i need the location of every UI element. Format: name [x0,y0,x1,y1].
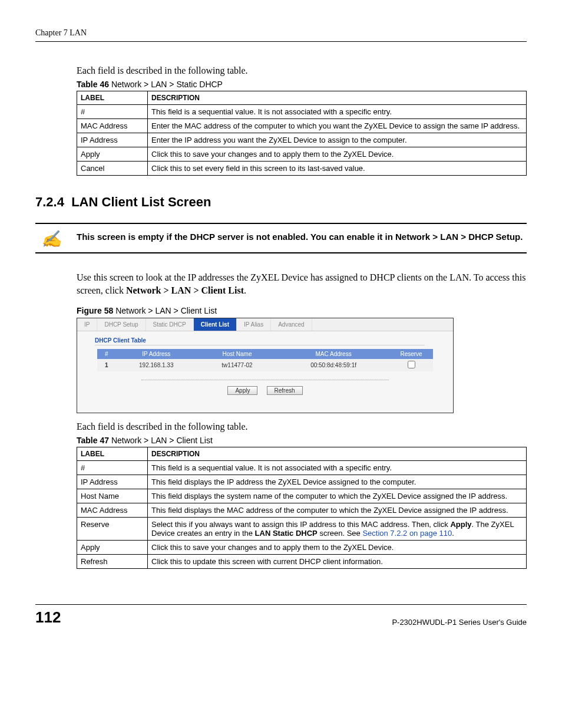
figure58-ui: IP DHCP Setup Static DHCP Client List IP… [77,318,454,413]
section-heading: 7.2.4 LAN Client List Screen [35,195,527,210]
tab-static-dhcp[interactable]: Static DHCP [146,318,194,331]
tab-client-list[interactable]: Client List [194,318,237,331]
table46-caption-rest: Network > LAN > Static DHCP [109,80,223,89]
table47-caption-rest: Network > LAN > Client List [109,436,213,445]
page-header: Chapter 7 LAN [35,28,527,42]
client-row-num: 1 [105,362,108,368]
table-row: ApplyClick this to save your changes and… [77,541,527,555]
client-col-reserve: Reserve [389,349,433,359]
table-row: ApplyClick this to save your changes and… [77,147,527,162]
body-paragraph: Use this screen to look at the IP addres… [77,271,527,297]
table-row: MAC AddressThis field displays the MAC a… [77,503,527,518]
reserve-checkbox[interactable] [408,361,415,368]
cross-ref-link[interactable]: Section 7.2.2 on page 110 [362,529,452,538]
client-row-mac: 00:50:8d:48:59:1f [277,359,389,371]
table46: LABEL DESCRIPTION #This field is a seque… [77,91,527,176]
intro-text-2: Each field is described in the following… [77,421,527,432]
table46-caption: Table 46 Network > LAN > Static DHCP [77,80,527,89]
table46-caption-bold: Table 46 [77,80,109,89]
tab-ip[interactable]: IP [77,318,97,331]
client-col-num: # [97,349,116,359]
section-title: LAN Client List Screen [71,195,211,209]
button-row: Apply Refresh [77,386,453,395]
figure58-caption-bold: Figure 58 [77,306,113,315]
client-col-ip: IP Address [116,349,197,359]
note-text: This screen is empty if the DHCP server … [77,231,527,243]
table47-caption-bold: Table 47 [77,436,109,445]
table-row: IP AddressThis field displays the IP add… [77,475,527,489]
figure-subhead: DHCP Client Table [95,337,425,345]
note-block: ✍ This screen is empty if the DHCP serve… [35,223,527,253]
figure58-caption-rest: Network > LAN > Client List [113,306,217,315]
table-row: #This field is a sequential value. It is… [77,105,527,119]
section-number: 7.2.4 [35,195,64,209]
table-row: #This field is a sequential value. It is… [77,461,527,475]
intro-text-1: Each field is described in the following… [77,65,527,76]
figure58-caption: Figure 58 Network > LAN > Client List [77,306,527,315]
table46-col-label: LABEL [77,91,148,105]
table47-caption: Table 47 Network > LAN > Client List [77,436,527,445]
client-table: # IP Address Host Name MAC Address Reser… [97,349,433,371]
table-row-reserve: Reserve Select this if you always want t… [77,518,527,541]
chapter-label: Chapter 7 LAN [35,28,87,38]
table47: LABEL DESCRIPTION #This field is a seque… [77,447,527,569]
client-row: 1 192.168.1.33 tw11477-02 00:50:8d:48:59… [97,359,433,371]
tab-ip-alias[interactable]: IP Alias [237,318,271,331]
client-col-mac: MAC Address [277,349,389,359]
table-row: CancelClick this to set every field in t… [77,162,527,176]
table47-col-label: LABEL [77,447,148,461]
table47-col-desc: DESCRIPTION [148,447,527,461]
figure-tabs: IP DHCP Setup Static DHCP Client List IP… [77,318,453,331]
table-row: MAC AddressEnter the MAC address of the … [77,119,527,133]
page-footer: 112 P-2302HWUDL-P1 Series User's Guide [35,604,527,627]
table46-col-desc: DESCRIPTION [148,91,527,105]
table-row: Host NameThis field displays the system … [77,489,527,503]
table-row: RefreshClick this to update this screen … [77,555,527,569]
client-col-host: Host Name [197,349,277,359]
note-icon: ✍ [35,231,77,248]
table-row: IP AddressEnter the IP address you want … [77,133,527,147]
divider [141,380,389,380]
client-row-host: tw11477-02 [197,359,277,371]
apply-button[interactable]: Apply [227,386,257,395]
refresh-button[interactable]: Refresh [267,386,303,395]
page-number: 112 [35,608,61,627]
guide-name: P-2302HWUDL-P1 Series User's Guide [392,618,527,627]
tab-dhcp-setup[interactable]: DHCP Setup [97,318,146,331]
tab-advanced[interactable]: Advanced [271,318,312,331]
client-row-ip: 192.168.1.33 [116,359,197,371]
